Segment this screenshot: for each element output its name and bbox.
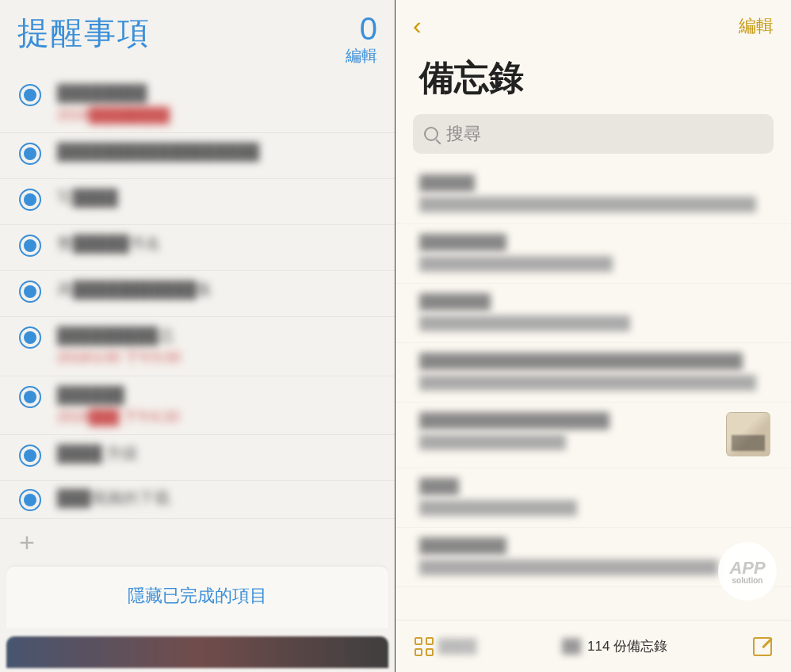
add-reminder-button[interactable]: + — [0, 519, 395, 566]
search-icon — [424, 127, 438, 141]
note-preview — [419, 375, 756, 391]
reminders-screen: 提醒事項 0 編輯 ████████2018██████████████████… — [0, 0, 396, 672]
reminder-radio[interactable] — [19, 445, 41, 467]
reminder-text: 写████ — [57, 187, 118, 208]
reminder-item[interactable]: 写████ — [0, 179, 395, 225]
notes-edit-button[interactable]: 編輯 — [739, 14, 774, 38]
reminder-date: 2018███ 下午6:20 — [57, 407, 179, 426]
reminder-date: 2018████████ — [57, 105, 170, 124]
note-item[interactable] — [396, 468, 791, 528]
note-title — [419, 412, 609, 430]
reminder-radio[interactable] — [19, 281, 41, 303]
search-field[interactable]: 搜尋 — [413, 114, 774, 154]
notes-title: 備忘錄 — [396, 40, 791, 114]
reminder-text: ████ 升级 — [57, 443, 138, 464]
reminder-text: 再███████████集 — [57, 279, 212, 300]
notes-screen: ‹ 編輯 備忘錄 搜尋 APP solution ████ ██114 份備忘錄 — [396, 0, 791, 672]
note-item[interactable] — [396, 165, 791, 224]
reminder-radio[interactable] — [19, 84, 41, 106]
reminder-radio[interactable] — [19, 189, 41, 211]
reminder-text: ████████2018████████ — [57, 82, 170, 124]
reminder-text: 整█████书名 — [57, 233, 161, 254]
compose-icon[interactable] — [753, 637, 772, 656]
reminder-item[interactable]: 整█████书名 — [0, 225, 395, 271]
hide-completed-card: 隱藏已完成的項目 — [6, 566, 388, 628]
note-preview — [419, 256, 613, 272]
reminder-item[interactable]: ██████2018███ 下午6:20 — [0, 376, 395, 435]
reminder-text: ███视频的下载 — [57, 487, 170, 509]
notes-count-label: ██114 份備忘錄 — [562, 637, 667, 655]
note-item[interactable] — [396, 284, 791, 343]
reminders-title: 提醒事項 — [17, 11, 151, 55]
reminder-item[interactable]: ██████████████████ — [0, 133, 395, 179]
next-card-peek[interactable] — [6, 636, 388, 668]
note-preview — [419, 500, 577, 516]
note-thumbnail — [726, 412, 770, 456]
reminder-date: 2018/1/30 下午5:00 — [57, 348, 181, 367]
reminders-edit-button[interactable]: 編輯 — [346, 45, 377, 67]
note-preview — [419, 315, 630, 331]
note-title — [419, 537, 506, 555]
note-item[interactable] — [396, 224, 791, 284]
toolbar-left-label: ████ — [438, 639, 476, 655]
reminder-text: ██████████████████ — [57, 141, 259, 162]
reminders-count: 0 — [346, 11, 377, 47]
reminder-text: █████████总2018/1/30 下午5:00 — [57, 325, 181, 367]
reminder-radio[interactable] — [19, 143, 41, 165]
note-title — [419, 293, 491, 311]
note-title — [419, 353, 743, 370]
reminder-radio[interactable] — [19, 489, 41, 511]
reminder-radio[interactable] — [19, 326, 41, 349]
reminder-item[interactable]: ████████2018████████ — [0, 74, 395, 133]
note-preview — [419, 197, 756, 212]
reminder-item[interactable]: ███视频的下载 — [0, 481, 395, 519]
reminders-list: ████████2018██████████████████████████写█… — [0, 71, 395, 519]
note-title — [419, 174, 475, 192]
hide-completed-button[interactable]: 隱藏已完成的項目 — [128, 586, 267, 605]
back-button[interactable]: ‹ — [413, 11, 422, 40]
reminder-item[interactable]: 再███████████集 — [0, 271, 395, 317]
reminders-header: 提醒事項 0 編輯 — [0, 0, 395, 71]
note-item[interactable] — [396, 343, 791, 403]
search-placeholder: 搜尋 — [446, 122, 481, 146]
reminder-radio[interactable] — [19, 235, 41, 257]
note-title — [419, 478, 459, 495]
gallery-view-icon[interactable] — [415, 637, 434, 656]
reminder-item[interactable]: ████ 升级 — [0, 435, 395, 481]
note-preview — [419, 559, 718, 575]
reminder-item[interactable]: █████████总2018/1/30 下午5:00 — [0, 317, 395, 376]
reminder-text: ██████2018███ 下午6:20 — [57, 384, 179, 426]
reminder-radio[interactable] — [19, 386, 41, 408]
notes-list — [396, 154, 791, 587]
watermark-badge: APP solution — [718, 542, 777, 601]
note-preview — [419, 434, 566, 450]
note-title — [419, 234, 506, 251]
notes-toolbar: ████ ██114 份備忘錄 — [396, 620, 791, 672]
note-item[interactable] — [396, 403, 791, 468]
